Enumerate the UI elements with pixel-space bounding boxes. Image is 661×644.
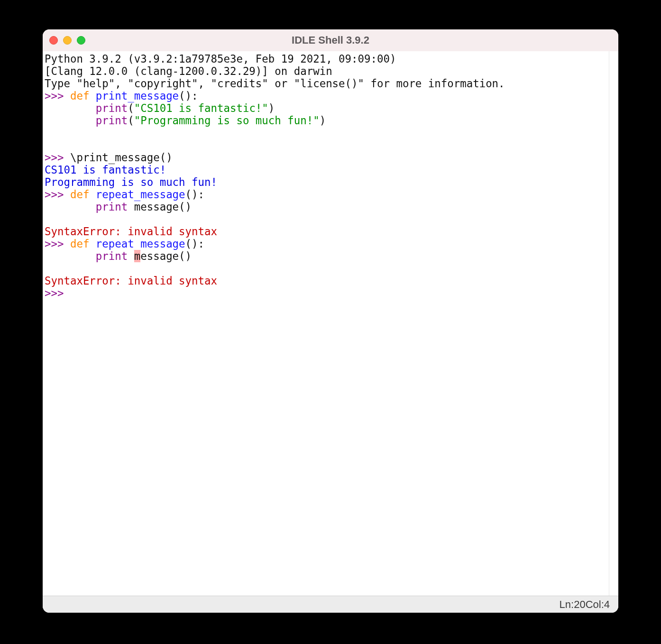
prompt: >>> (45, 188, 70, 201)
kw-def: def (70, 188, 89, 201)
status-bar: Ln: 20 Col: 4 (43, 596, 618, 613)
builtin-print: print (96, 114, 128, 127)
prompt: >>> (45, 90, 70, 102)
shell-text[interactable]: Python 3.9.2 (v3.9.2:1a79785e3e, Feb 19 … (43, 51, 609, 596)
string-literal: "Programming is so much fun!" (134, 114, 320, 127)
idle-window: IDLE Shell 3.9.2 Python 3.9.2 (v3.9.2:1a… (43, 29, 618, 613)
error-highlight: m (134, 250, 140, 262)
builtin-print: print (96, 250, 128, 262)
code-text: message() (128, 201, 192, 213)
blank-line (45, 139, 51, 151)
error-line: SyntaxError: invalid syntax (45, 225, 217, 238)
indent (45, 102, 96, 114)
kw-def: def (70, 90, 89, 102)
banner-line: Python 3.9.2 (v3.9.2:1a79785e3e, Feb 19 … (45, 53, 403, 65)
window-body: Python 3.9.2 (v3.9.2:1a79785e3e, Feb 19 … (43, 51, 618, 596)
paren: ( (128, 102, 134, 114)
prompt: >>> (45, 238, 70, 250)
parens: (): (185, 188, 204, 201)
func-name: repeat_message (96, 188, 185, 201)
vertical-scrollbar[interactable] (609, 51, 618, 596)
zoom-icon[interactable] (77, 36, 85, 45)
stdout-line: CS101 is fantastic! (45, 164, 166, 176)
indent (45, 250, 96, 262)
kw-def: def (70, 238, 89, 250)
prompt: >>> (45, 287, 70, 299)
banner-line: [Clang 12.0.0 (clang-1200.0.32.29)] on d… (45, 65, 332, 77)
func-name: repeat_message (96, 238, 185, 250)
status-col-value: 4 (604, 598, 610, 611)
user-input: \print_message() (70, 151, 173, 164)
indent (45, 201, 96, 213)
paren: ) (320, 114, 326, 127)
status-col-label: Col: (586, 598, 604, 611)
blank-indent (45, 262, 96, 275)
window-title: IDLE Shell 3.9.2 (43, 34, 618, 46)
titlebar[interactable]: IDLE Shell 3.9.2 (43, 29, 618, 51)
status-ln-value: 20 (574, 598, 585, 611)
paren: ( (128, 114, 134, 127)
close-icon[interactable] (49, 36, 58, 45)
banner-line: Type "help", "copyright", "credits" or "… (45, 77, 505, 90)
error-line: SyntaxError: invalid syntax (45, 275, 217, 287)
status-ln-label: Ln: (560, 598, 574, 611)
window-controls (49, 36, 85, 45)
blank-indent (45, 213, 96, 225)
prompt: >>> (45, 151, 70, 164)
parens: (): (185, 238, 204, 250)
builtin-print: print (96, 201, 128, 213)
cursor[interactable] (70, 287, 76, 299)
parens: (): (179, 90, 198, 102)
indent (45, 114, 96, 127)
builtin-print: print (96, 102, 128, 114)
string-literal: "CS101 is fantastic!" (134, 102, 268, 114)
space (128, 250, 134, 262)
paren: ) (268, 102, 275, 114)
minimize-icon[interactable] (63, 36, 72, 45)
func-name: print_message (96, 90, 179, 102)
stdout-line: Programming is so much fun! (45, 176, 217, 188)
code-text: essage() (140, 250, 192, 262)
